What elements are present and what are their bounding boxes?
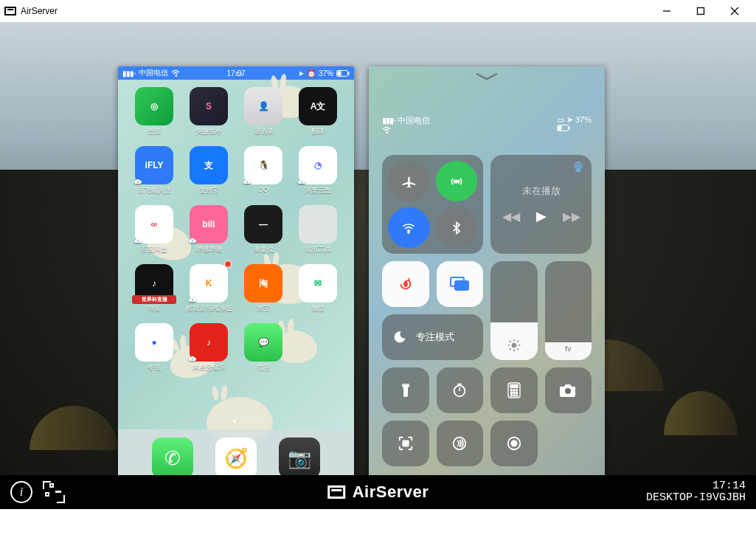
next-track-icon[interactable]: ▶▶ (563, 210, 580, 224)
info-button[interactable]: i (10, 481, 32, 503)
app-label: 测量仪 (254, 245, 274, 255)
svg-rect-8 (558, 126, 561, 131)
app-label: 查找 (148, 127, 161, 136)
location-icon: ➤ (566, 115, 573, 124)
mirrored-device-homescreen[interactable]: ▮▮▮◦ 中国电信 ▭ 17:07 ➤ ⏰ 37% ◎查找S快捷指令👤通讯录A文… (118, 66, 354, 487)
app-支付宝[interactable]: 支支付宝 (183, 146, 235, 202)
app-网易云音乐[interactable]: ♪网易云音乐 (183, 323, 235, 379)
mirrored-device-control-center[interactable]: ▮▮▮◦ 中国电信 ▭ ➤ 37% (369, 66, 605, 487)
footer-clock-host: 17:14 DESKTOP-I9VGJBH (646, 480, 746, 505)
timer-button[interactable] (437, 367, 484, 413)
app-实用工具[interactable]: 实用工具 (292, 205, 344, 261)
svg-point-35 (516, 392, 517, 393)
airplay-icon: ▭ (557, 115, 564, 124)
app-阿里云盘[interactable]: ◔阿里云盘 (292, 146, 344, 202)
svg-point-37 (513, 395, 515, 396)
cloud-download-icon (297, 177, 306, 186)
battery-icon (336, 70, 350, 77)
qr-code-button[interactable] (43, 481, 65, 503)
play-icon[interactable]: ▶ (536, 208, 547, 224)
now-playing-label: 未在播放 (522, 184, 561, 198)
screen-mirroring-button[interactable] (437, 261, 484, 307)
dismiss-chevron-icon[interactable] (474, 71, 500, 81)
svg-rect-9 (569, 127, 570, 130)
mirror-viewport: ▮▮▮◦ 中国电信 ▭ 17:07 ➤ ⏰ 37% ◎查找S快捷指令👤通讯录A文… (0, 22, 756, 509)
battery-label: 37% (575, 115, 592, 124)
svg-point-11 (408, 231, 409, 232)
app-label: QQ (258, 186, 268, 193)
prev-track-icon[interactable]: ◀◀ (502, 210, 520, 224)
nfc-button[interactable] (437, 421, 484, 466)
svg-point-36 (510, 395, 512, 396)
airplay-audio-icon[interactable] (572, 161, 584, 173)
svg-point-38 (516, 395, 517, 396)
dock-Safari[interactable]: 🧭 (215, 437, 257, 479)
control-center-grid: 未在播放 ◀◀ ▶ ▶▶ (382, 155, 592, 478)
footer-hostname: DESKTOP-I9VGJBH (646, 492, 746, 505)
qr-scan-button[interactable] (382, 421, 429, 466)
app-讯飞输入法[interactable]: iFLY讯飞输入法 (128, 146, 180, 202)
app-信息[interactable]: 💬信息 (237, 323, 289, 379)
screen-record-button[interactable] (490, 421, 538, 466)
app-label: 快捷指令 (195, 127, 222, 136)
app-快捷指令[interactable]: S快捷指令 (183, 87, 235, 143)
cloud-download-icon (188, 354, 197, 363)
orientation-lock-toggle[interactable] (382, 261, 429, 307)
focus-mode-button[interactable]: 专注模式 (382, 314, 483, 360)
volume-glyph: tv (565, 344, 572, 353)
app-label: 网易云音乐 (193, 363, 226, 373)
wifi-icon (382, 126, 430, 134)
app-label: 支付宝 (199, 186, 219, 196)
app-label: 淘宝 (257, 304, 270, 314)
app-翻译[interactable]: A文翻译 (292, 87, 344, 143)
brightness-icon (507, 338, 521, 353)
flashlight-button[interactable] (382, 367, 429, 413)
carrier-label: 中国电信 (398, 116, 430, 125)
bluetooth-toggle[interactable] (436, 207, 478, 248)
airplane-mode-toggle[interactable] (388, 161, 430, 201)
calculator-button[interactable] (490, 367, 538, 413)
window-maximize-button[interactable] (684, 0, 718, 22)
page-indicator[interactable]: ◦ ◦ ● ◦ ◦ (118, 418, 354, 425)
wifi-icon (171, 69, 180, 77)
app-淘宝[interactable]: 淘淘宝 (237, 264, 289, 320)
app-QQ[interactable]: 🐧QQ (237, 146, 289, 202)
connectivity-tile[interactable] (382, 155, 483, 254)
cloud-download-icon (243, 177, 252, 186)
app-grid: ◎查找S快捷指令👤通讯录A文翻译iFLY讯飞输入法支支付宝🐧QQ◔阿里云盘∞百度… (118, 87, 354, 413)
dock-电话[interactable]: ✆ (152, 437, 193, 479)
footer-time: 17:14 (646, 480, 746, 493)
window-minimize-button[interactable] (650, 0, 684, 22)
signal-icon: ▮▮▮◦ (382, 116, 395, 125)
carrier-label: 中国电信 (139, 68, 168, 78)
volume-slider[interactable]: tv (545, 261, 592, 360)
app-label: 抖音 (148, 304, 161, 314)
svg-point-10 (455, 180, 457, 182)
camera-button[interactable] (545, 367, 592, 413)
moon-icon (392, 330, 407, 345)
app-百度网盘[interactable]: ∞百度网盘 (128, 205, 180, 261)
app-哔哩哔哩[interactable]: bili哔哩哔哩 (183, 205, 235, 261)
app-夸克[interactable]: ●夸克 (128, 323, 180, 379)
app-查找[interactable]: ◎查找 (128, 87, 180, 143)
app-微信[interactable]: ✉微信 (292, 264, 344, 320)
svg-rect-16 (455, 281, 468, 290)
window-close-button[interactable] (718, 0, 752, 22)
wifi-toggle[interactable] (388, 207, 430, 248)
app-酷我音乐纯净版[interactable]: K酷我音乐纯净版 (183, 264, 235, 320)
battery-icon (557, 125, 592, 131)
clock-label: 17:07 (226, 69, 245, 77)
location-icon: ➤ (298, 69, 304, 77)
cloud-download-icon (133, 177, 142, 186)
dock-相机[interactable]: 📷 (279, 437, 320, 479)
brightness-slider[interactable] (490, 261, 538, 360)
status-bar: ▮▮▮◦ 中国电信 ▭ 17:07 ➤ ⏰ 37% (118, 66, 354, 80)
app-测量仪[interactable]: —测量仪 (237, 205, 289, 261)
svg-rect-5 (338, 71, 341, 75)
cloud-download-icon (188, 295, 197, 304)
cellular-data-toggle[interactable] (436, 161, 478, 201)
app-通讯录[interactable]: 👤通讯录 (237, 87, 289, 143)
now-playing-tile[interactable]: 未在播放 ◀◀ ▶ ▶▶ (490, 155, 592, 254)
app-抖音[interactable]: ♪世界杯直播抖音 (128, 264, 180, 320)
alarm-icon: ⏰ (307, 69, 316, 77)
